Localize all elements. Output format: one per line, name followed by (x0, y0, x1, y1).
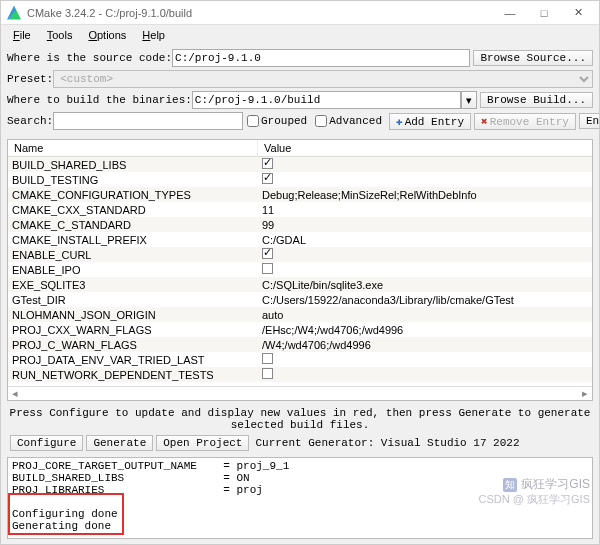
x-icon: ✖ (481, 116, 488, 128)
table-row[interactable]: NLOHMANN_JSON_ORIGINauto (8, 307, 592, 322)
scroll-right-icon[interactable]: ▸ (578, 387, 592, 400)
checkbox-icon[interactable] (262, 173, 273, 184)
menu-file[interactable]: File (5, 27, 39, 43)
grouped-label: Grouped (261, 115, 307, 127)
table-row[interactable]: BUILD_SHARED_LIBS (8, 157, 592, 172)
binaries-dropdown-button[interactable]: ▾ (461, 91, 477, 109)
binaries-label: Where to build the binaries: (7, 94, 192, 106)
config-form: Where is the source code: Browse Source.… (1, 45, 599, 137)
source-input[interactable] (172, 49, 470, 67)
open-project-button[interactable]: Open Project (156, 435, 249, 451)
table-header: Name Value (8, 140, 592, 157)
table-hscroll[interactable]: ◂ ▸ (8, 386, 592, 400)
table-row[interactable]: ENABLE_CURL (8, 247, 592, 262)
table-row[interactable]: PROJ_CXX_WARN_FLAGS/EHsc;/W4;/wd4706;/wd… (8, 322, 592, 337)
window-title: CMake 3.24.2 - C:/proj-9.1.0/build (27, 7, 493, 19)
cache-table: Name Value BUILD_SHARED_LIBSBUILD_TESTIN… (7, 139, 593, 401)
plus-icon: ✚ (396, 116, 403, 128)
cell-name: EXE_SQLITE3 (8, 279, 258, 291)
maximize-button[interactable]: □ (527, 1, 561, 25)
browse-build-button[interactable]: Browse Build... (480, 92, 593, 108)
cell-value[interactable]: C:/GDAL (258, 234, 592, 246)
menu-help[interactable]: Help (134, 27, 173, 43)
table-row[interactable]: PROJ_DATA_ENV_VAR_TRIED_LAST (8, 352, 592, 367)
cell-name: CMAKE_CXX_STANDARD (8, 204, 258, 216)
grouped-checkbox[interactable]: Grouped (247, 115, 307, 127)
cell-value[interactable]: /W4;/wd4706;/wd4996 (258, 339, 592, 351)
checkbox-icon[interactable] (262, 248, 273, 259)
preset-select: <custom> (53, 70, 593, 88)
cmake-logo-icon (7, 6, 21, 20)
minimize-button[interactable]: — (493, 1, 527, 25)
scroll-left-icon[interactable]: ◂ (8, 387, 22, 400)
watermark: 知 疯狂学习GIS (503, 476, 590, 493)
search-label: Search: (7, 115, 53, 127)
cell-name: PROJ_C_WARN_FLAGS (8, 339, 258, 351)
table-body[interactable]: BUILD_SHARED_LIBSBUILD_TESTINGCMAKE_CONF… (8, 157, 592, 386)
checkbox-icon[interactable] (262, 368, 273, 379)
search-input[interactable] (53, 112, 243, 130)
current-generator: Current Generator: Visual Studio 17 2022 (255, 437, 519, 449)
cell-value[interactable]: C:/Users/15922/anaconda3/Library/lib/cma… (258, 294, 592, 306)
binaries-input[interactable] (192, 91, 461, 109)
cell-name: ENABLE_IPO (8, 264, 258, 276)
cell-name: CMAKE_CONFIGURATION_TYPES (8, 189, 258, 201)
checkbox-icon[interactable] (262, 353, 273, 364)
action-row: Configure Generate Open Project Current … (1, 433, 599, 453)
advanced-checkbox[interactable]: Advanced (315, 115, 382, 127)
cell-value[interactable] (258, 368, 592, 381)
cell-value[interactable]: auto (258, 309, 592, 321)
title-bar: CMake 3.24.2 - C:/proj-9.1.0/build — □ ✕ (1, 1, 599, 25)
checkbox-icon[interactable] (262, 158, 273, 169)
cell-value[interactable] (258, 353, 592, 366)
cell-value[interactable]: C:/SQLite/bin/sqlite3.exe (258, 279, 592, 291)
table-row[interactable]: CMAKE_CXX_STANDARD11 (8, 202, 592, 217)
col-name[interactable]: Name (8, 140, 258, 156)
browse-source-button[interactable]: Browse Source... (473, 50, 593, 66)
cell-name: CMAKE_INSTALL_PREFIX (8, 234, 258, 246)
highlight-box (8, 493, 124, 535)
cell-value[interactable] (258, 158, 592, 171)
cell-name: PROJ_CXX_WARN_FLAGS (8, 324, 258, 336)
menu-tools[interactable]: Tools (39, 27, 81, 43)
table-row[interactable]: ENABLE_IPO (8, 262, 592, 277)
generate-button[interactable]: Generate (86, 435, 153, 451)
cell-name: BUILD_SHARED_LIBS (8, 159, 258, 171)
window-buttons: — □ ✕ (493, 1, 595, 25)
menu-bar: File Tools Options Help (1, 25, 599, 45)
cell-name: PROJ_DATA_ENV_VAR_TRIED_LAST (8, 354, 258, 366)
binaries-combo[interactable]: ▾ (192, 91, 477, 109)
table-row[interactable]: CMAKE_INSTALL_PREFIXC:/GDAL (8, 232, 592, 247)
checkbox-icon[interactable] (262, 263, 273, 274)
zhihu-icon: 知 (503, 478, 517, 492)
table-row[interactable]: CMAKE_C_STANDARD99 (8, 217, 592, 232)
table-row[interactable]: PROJ_C_WARN_FLAGS/W4;/wd4706;/wd4996 (8, 337, 592, 352)
table-row[interactable]: EXE_SQLITE3C:/SQLite/bin/sqlite3.exe (8, 277, 592, 292)
close-button[interactable]: ✕ (561, 1, 595, 25)
cell-name: GTest_DIR (8, 294, 258, 306)
environment-button[interactable]: Environment... (579, 113, 600, 129)
cell-name: ENABLE_CURL (8, 249, 258, 261)
cell-value[interactable]: /EHsc;/W4;/wd4706;/wd4996 (258, 324, 592, 336)
source-label: Where is the source code: (7, 52, 172, 64)
cell-name: CMAKE_C_STANDARD (8, 219, 258, 231)
hint-text: Press Configure to update and display ne… (1, 403, 599, 433)
preset-label: Preset: (7, 73, 53, 85)
table-row[interactable]: RUN_NETWORK_DEPENDENT_TESTS (8, 367, 592, 382)
table-row[interactable]: GTest_DIRC:/Users/15922/anaconda3/Librar… (8, 292, 592, 307)
cell-value[interactable]: 11 (258, 204, 592, 216)
cell-value[interactable]: Debug;Release;MinSizeRel;RelWithDebInfo (258, 189, 592, 201)
cell-value[interactable] (258, 248, 592, 261)
add-entry-button[interactable]: ✚Add Entry (389, 113, 471, 130)
remove-entry-button: ✖Remove Entry (474, 113, 576, 130)
configure-button[interactable]: Configure (10, 435, 83, 451)
chevron-down-icon: ▾ (466, 94, 472, 107)
table-row[interactable]: BUILD_TESTING (8, 172, 592, 187)
cell-name: NLOHMANN_JSON_ORIGIN (8, 309, 258, 321)
table-row[interactable]: CMAKE_CONFIGURATION_TYPESDebug;Release;M… (8, 187, 592, 202)
cell-value[interactable]: 99 (258, 219, 592, 231)
col-value[interactable]: Value (258, 140, 592, 156)
cell-value[interactable] (258, 173, 592, 186)
menu-options[interactable]: Options (80, 27, 134, 43)
cell-value[interactable] (258, 263, 592, 276)
